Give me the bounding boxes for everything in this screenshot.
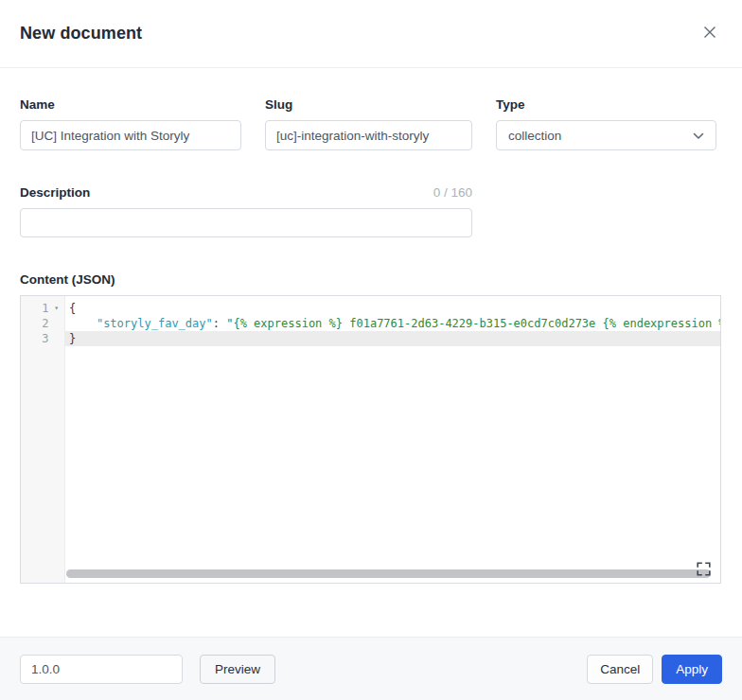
content-json-label: Content (JSON): [20, 272, 721, 287]
type-label: Type: [496, 97, 716, 112]
close-button[interactable]: [698, 23, 721, 45]
version-input[interactable]: [20, 655, 183, 684]
close-icon: [702, 25, 717, 43]
code-token: :: [213, 317, 226, 330]
gutter-line: 3: [21, 331, 64, 346]
dialog-body: Name Slug Type collection Description: [0, 68, 742, 637]
chevron-down-icon: [693, 129, 704, 143]
line-number: 3: [21, 331, 48, 346]
expand-editor-button[interactable]: [695, 562, 712, 579]
code-token-string: "{% expression %} f01a7761-2d63-4229-b31…: [226, 317, 720, 330]
gutter-line: 1 ▾: [21, 301, 64, 316]
cancel-button[interactable]: Cancel: [587, 655, 653, 684]
code-token-property: "storyly_fav_day": [97, 317, 213, 330]
content-json-section: Content (JSON) 1 ▾ 2 3: [20, 272, 721, 584]
description-header: Description 0 / 160: [20, 185, 472, 200]
horizontal-scrollbar-thumb[interactable]: [66, 569, 711, 578]
code-token: [69, 317, 97, 330]
gutter-line: 2: [21, 316, 64, 331]
editor-code-area[interactable]: { "storyly_fav_day": "{% expression %} f…: [65, 296, 720, 583]
new-document-dialog: New document Name Slug Type collection: [0, 0, 742, 700]
code-token: }: [69, 332, 76, 345]
code-line-1: {: [65, 301, 720, 316]
dialog-header: New document: [0, 0, 742, 68]
slug-input[interactable]: [265, 120, 472, 150]
slug-field-group: Slug: [265, 97, 472, 150]
slug-label: Slug: [265, 97, 472, 112]
fields-row: Name Slug Type collection: [20, 97, 721, 150]
line-number: 2: [21, 316, 48, 331]
apply-button[interactable]: Apply: [662, 655, 722, 684]
fullscreen-icon: [697, 562, 711, 579]
name-input[interactable]: [20, 120, 241, 150]
fold-arrow-icon[interactable]: ▾: [48, 301, 64, 316]
type-field-group: Type collection: [496, 97, 716, 150]
code-line-2: "storyly_fav_day": "{% expression %} f01…: [65, 316, 720, 331]
dialog-footer: Preview Cancel Apply: [0, 637, 742, 700]
description-label: Description: [20, 185, 90, 200]
line-number: 1: [21, 301, 48, 316]
editor-gutter: 1 ▾ 2 3: [21, 296, 65, 583]
name-label: Name: [20, 97, 241, 112]
preview-button[interactable]: Preview: [200, 655, 275, 684]
dialog-title: New document: [20, 24, 142, 44]
description-input[interactable]: [20, 208, 472, 237]
type-select[interactable]: collection: [496, 120, 716, 150]
json-code-editor[interactable]: 1 ▾ 2 3 { "storyly_fav_day": "{% express…: [20, 295, 721, 584]
name-field-group: Name: [20, 97, 241, 150]
char-counter: 0 / 160: [433, 185, 472, 200]
code-token: {: [69, 302, 76, 315]
code-line-3-active: }: [65, 331, 720, 346]
type-selected-value: collection: [508, 129, 561, 143]
description-field-group: Description 0 / 160: [20, 185, 472, 237]
